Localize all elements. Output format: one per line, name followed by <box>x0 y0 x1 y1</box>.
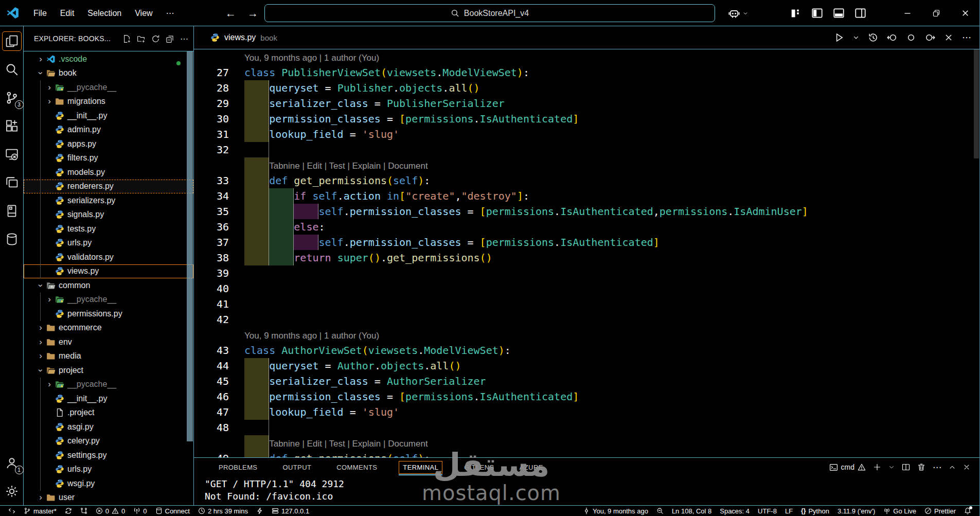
terminal-shell-chip[interactable]: cmd <box>829 463 866 472</box>
panel-tab-azure[interactable]: AZURE <box>516 461 547 473</box>
chevron-right-icon[interactable]: › <box>45 295 54 304</box>
code-line-42[interactable]: 42 <box>194 312 979 327</box>
status-problems[interactable]: 00 <box>92 506 129 516</box>
search-sidebar-icon[interactable] <box>2 60 22 79</box>
close-window-icon[interactable] <box>951 0 979 26</box>
tree-item-urls-py[interactable]: urls.py <box>24 236 193 251</box>
toggle-secondary-sidebar-icon[interactable] <box>854 7 866 19</box>
refresh-icon[interactable] <box>151 34 160 43</box>
panel-tab-output[interactable]: OUTPUT <box>279 461 315 473</box>
chevron-right-icon[interactable]: › <box>36 337 45 347</box>
tree-item-apps-py[interactable]: apps.py <box>24 137 193 151</box>
code-line-33[interactable]: 33 def get_permissions(self): <box>194 173 979 188</box>
tree-item-asgi-py[interactable]: asgi.py <box>24 420 193 434</box>
status-ports[interactable]: 0 <box>129 506 151 516</box>
status-remote[interactable] <box>4 506 20 516</box>
open-changes-icon[interactable] <box>906 32 916 43</box>
account-icon[interactable]: 1 <box>2 453 22 473</box>
code-line-30[interactable]: 30 permission_classes = [permissions.IsA… <box>194 111 979 127</box>
tree-item--pycache-[interactable]: ›__pycache__ <box>24 80 193 95</box>
code-line-36[interactable]: 36 else: <box>194 219 979 235</box>
tree-item-models-py[interactable]: models.py <box>24 165 193 180</box>
code-line-27[interactable]: 27class PublisherViewSet(viewsets.ModelV… <box>194 65 979 80</box>
codelens-test[interactable]: Test <box>329 161 345 171</box>
chevron-right-icon[interactable]: › <box>36 351 45 361</box>
new-terminal-icon[interactable] <box>873 463 881 471</box>
tree-item-renderers-py[interactable]: renderers.py <box>24 180 193 194</box>
go-forward-icon[interactable]: → <box>247 7 258 20</box>
menu-selection[interactable]: Selection <box>81 0 128 26</box>
status-connect[interactable]: Connect <box>151 506 194 516</box>
source-control-icon[interactable]: 3 <box>2 88 22 108</box>
chevron-down-icon[interactable]: › <box>36 68 45 78</box>
status-branch[interactable]: master* <box>20 506 61 516</box>
status-indentation[interactable]: Spaces: 4 <box>716 506 754 516</box>
codelens-edit[interactable]: Edit <box>307 161 322 171</box>
code-line-45[interactable]: 45 serializer_class = AuthorSerializer <box>194 373 979 389</box>
new-file-icon[interactable] <box>122 34 131 43</box>
code-line-34[interactable]: 34 if self.action in["create","destroy"]… <box>194 188 979 204</box>
code-line-46[interactable]: 46 permission_classes = [permissions.IsA… <box>194 389 979 404</box>
terminal-dropdown-icon[interactable] <box>888 464 895 470</box>
status-cursor-position[interactable]: Ln 108, Col 8 <box>668 506 716 516</box>
tree-item-wsgi-py[interactable]: wsgi.py <box>24 476 193 491</box>
extensions-icon[interactable] <box>2 116 22 136</box>
status-zoom-out[interactable] <box>652 506 668 516</box>
codelens-edit[interactable]: Edit <box>307 439 322 449</box>
panel-tab-problems[interactable]: PROBLEMS <box>215 461 261 473</box>
code-line-39[interactable]: 39 <box>194 265 979 281</box>
menu-view[interactable]: View <box>128 0 159 26</box>
code-line-47[interactable]: 47 lookup_field = 'slug' <box>194 404 979 420</box>
code-editor[interactable]: You, 9 months ago | 1 author (You)27clas… <box>194 49 979 457</box>
tab-views-py[interactable]: views.py book <box>194 26 287 49</box>
database-icon[interactable] <box>2 229 22 249</box>
sidebar-scrollbar[interactable] <box>187 51 193 441</box>
tree-item-serializers-py[interactable]: serializers.py <box>24 193 193 208</box>
codelens-explain[interactable]: Explain <box>352 439 381 449</box>
code-line-35[interactable]: 35 self.permission_classes = [permission… <box>194 204 979 219</box>
editor-more-actions-icon[interactable]: ⋯ <box>962 33 971 42</box>
status-git-graph[interactable] <box>76 506 92 516</box>
chevron-right-icon[interactable]: › <box>36 323 45 332</box>
status-blame[interactable]: You, 9 months ago <box>579 506 652 516</box>
windows-layers-icon[interactable] <box>2 173 22 192</box>
codelens-tabnine[interactable]: Tabnine <box>269 439 300 449</box>
ai-assistant-button[interactable] <box>728 7 748 20</box>
status-notifications[interactable] <box>960 506 975 516</box>
chevron-right-icon[interactable]: › <box>36 493 45 502</box>
chevron-down-icon[interactable]: › <box>36 366 45 375</box>
tree-item-urls-py[interactable]: urls.py <box>24 462 193 477</box>
tree-item-common[interactable]: ›common <box>24 278 193 293</box>
more-actions-icon[interactable]: ⋯ <box>180 34 188 44</box>
tree-item-permissions-py[interactable]: permissions.py <box>24 307 193 321</box>
tree-item-filters-py[interactable]: filters.py <box>24 151 193 166</box>
code-line-49[interactable]: 49 def get_permissions(self): <box>194 451 979 457</box>
toggle-primary-sidebar-icon[interactable] <box>811 7 823 19</box>
tree-item--init-py[interactable]: __init__.py <box>24 109 193 123</box>
code-line-48[interactable]: 48 <box>194 420 979 435</box>
code-line-31[interactable]: 31 lookup_field = 'slug' <box>194 127 979 142</box>
command-center-search[interactable]: BookStoreAPI_v4 <box>264 4 715 22</box>
panel-tab-terminal[interactable]: TERMINAL <box>399 461 442 474</box>
code-line-37[interactable]: 37 self.permission_classes = [permission… <box>194 235 979 250</box>
previous-change-icon[interactable] <box>887 32 897 43</box>
split-terminal-icon[interactable] <box>902 463 910 471</box>
menu-[interactable]: ⋯ <box>159 0 181 26</box>
tree-item-media[interactable]: ›media <box>24 349 193 364</box>
code-line-29[interactable]: 29 serializer_class = PublisherSerialize… <box>194 96 979 111</box>
code-line-40[interactable]: 40 <box>194 281 979 296</box>
code-line-43[interactable]: 43class AuthorViewSet(viewsets.ModelView… <box>194 343 979 358</box>
tree-item-ecommerce[interactable]: ›ecommerce <box>24 321 193 335</box>
tree-item--pycache-[interactable]: ›__pycache__ <box>24 378 193 392</box>
tree-item-project[interactable]: ›project <box>24 363 193 378</box>
status-encoding[interactable]: UTF-8 <box>754 506 781 516</box>
tree-item-migrations[interactable]: ›migrations <box>24 95 193 109</box>
chevron-right-icon[interactable]: › <box>36 55 45 64</box>
tree-item-book[interactable]: ›book <box>24 66 193 81</box>
next-change-icon[interactable] <box>925 32 935 43</box>
tree-item--project[interactable]: .project <box>24 406 193 420</box>
tree-item-views-py[interactable]: views.py <box>24 264 193 279</box>
lens-row[interactable]: Tabnine | Edit | Test | Explain | Docume… <box>194 157 979 173</box>
codelens-test[interactable]: Test <box>329 439 345 449</box>
lens-row[interactable]: Tabnine | Edit | Test | Explain | Docume… <box>194 435 979 451</box>
